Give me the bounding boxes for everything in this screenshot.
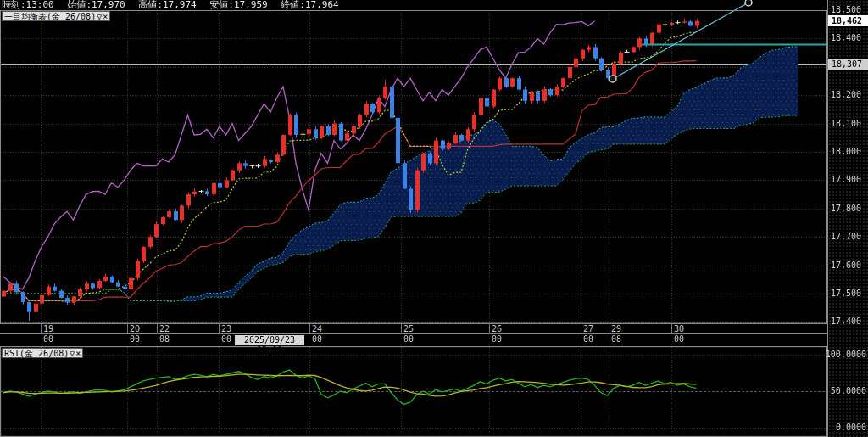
rsi-indicator-label: RSI(金 26/08) <box>4 349 69 358</box>
hour-label: 00 <box>674 334 684 345</box>
price-tick-label: 18,200 <box>831 90 861 100</box>
hour-label: 00 <box>221 334 231 345</box>
day-separator <box>609 324 609 334</box>
rsi-tick-label: 0.0000 <box>836 423 866 433</box>
marked-price-badge: 18,307 <box>828 59 868 70</box>
day-separator <box>157 324 158 334</box>
hour-label: 00 <box>312 334 322 345</box>
day-separator <box>401 324 402 334</box>
price-tick-label: 18,000 <box>831 147 861 157</box>
ichimoku-close-button[interactable]: × <box>103 12 108 21</box>
info-close: 終値:17,964 <box>281 0 338 10</box>
price-axis[interactable]: 18,462 18,307 18,50018,40018,20018,10018… <box>827 0 868 437</box>
current-price-badge: 18,462 <box>828 15 868 26</box>
info-high: 高値:17,974 <box>138 0 196 10</box>
hour-label: 08 <box>159 334 170 345</box>
day-label: 20 <box>130 324 140 334</box>
day-label: 25 <box>403 324 414 334</box>
day-separator <box>581 324 581 334</box>
trading-chart-window: 時刻:13:00 始値:17,970 高値:17,974 安値:17,959 終… <box>0 0 868 437</box>
ohlc-info-bar: 時刻:13:00 始値:17,970 高値:17,974 安値:17,959 終… <box>2 0 347 10</box>
price-tick-label: 18,500 <box>831 5 861 15</box>
main-chart-canvas[interactable] <box>0 0 827 324</box>
day-label: 30 <box>674 324 684 334</box>
day-label: 23 <box>221 324 231 334</box>
price-tick-label: 17,600 <box>831 261 861 271</box>
day-separator <box>219 324 220 334</box>
info-low: 安値:17,959 <box>209 0 267 10</box>
hour-label: 00 <box>130 334 140 345</box>
ichimoku-indicator-chip: 一目均衡表(金 26/08)▽× <box>2 11 110 21</box>
rsi-tick-label: 50.0000 <box>831 386 866 396</box>
price-tick-label: 17,500 <box>831 289 861 299</box>
day-label: 27 <box>583 324 593 334</box>
day-separator <box>127 324 128 334</box>
price-tick-label: 18,400 <box>831 33 861 43</box>
hour-label: 08 <box>611 334 621 345</box>
info-time: 時刻:13:00 <box>2 0 54 10</box>
price-tick-label: 17,900 <box>831 175 861 185</box>
day-separator <box>309 324 310 334</box>
price-tick-label: 17,800 <box>831 204 861 214</box>
rsi-tick-label: 100.0000 <box>826 350 866 360</box>
ichimoku-indicator-label: 一目均衡表(金 26/08) <box>4 12 96 21</box>
rsi-chart-canvas[interactable] <box>0 346 827 437</box>
info-open: 始値:17,970 <box>67 0 125 10</box>
x-axis-day-strip: 19202223242526272930 <box>0 323 827 334</box>
rsi-indicator-chip: RSI(金 26/08)▽× <box>2 348 83 358</box>
day-label: 22 <box>159 324 170 334</box>
rsi-close-button[interactable]: × <box>75 349 81 358</box>
day-separator <box>671 324 672 334</box>
price-tick-label: 17,700 <box>831 232 861 242</box>
day-label: 19 <box>43 324 53 334</box>
price-tick-label: 17,400 <box>831 317 861 327</box>
cursor-datetime-chip: 2025/09/23 13:00 <box>235 335 304 345</box>
rsi-collapse-button[interactable]: ▽ <box>70 349 75 358</box>
price-tick-label: 18,100 <box>831 119 861 129</box>
ichimoku-collapse-button[interactable]: ▽ <box>97 12 102 21</box>
day-separator <box>489 324 490 334</box>
hour-label: 00 <box>583 334 593 345</box>
day-label: 24 <box>312 324 322 334</box>
hour-label: 00 <box>492 334 502 345</box>
day-separator <box>41 324 42 334</box>
day-label: 26 <box>492 324 502 334</box>
x-axis-hour-strip: 2025/09/23 13:00 00000800000000000800 <box>0 334 827 345</box>
hour-label: 00 <box>43 334 53 345</box>
hour-label: 00 <box>403 334 414 345</box>
day-label: 29 <box>611 324 621 334</box>
